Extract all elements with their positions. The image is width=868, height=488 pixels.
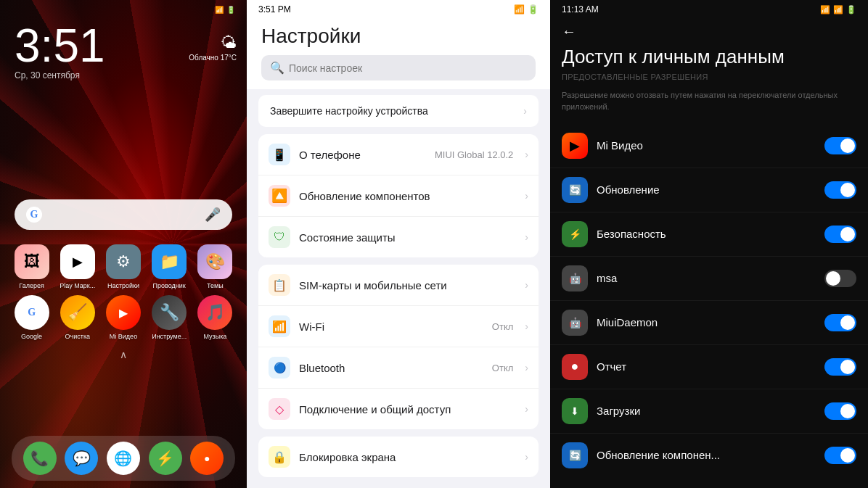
app-themes[interactable]: 🎨 Темы (195, 244, 235, 289)
lock-text: Блокировка экрана (299, 451, 516, 463)
dock-appstore[interactable]: ● (190, 442, 224, 475)
msa-toggle[interactable] (824, 270, 856, 287)
settings-row-sim[interactable]: 📋 SIM-карты и мобильные сети › (258, 265, 539, 306)
dock-sms[interactable]: 💬 (65, 442, 98, 475)
app-label: Очистка (65, 333, 90, 340)
app-tools[interactable]: 🔧 Инструме... (150, 295, 189, 340)
mivideo-app-name: Mi Видео (597, 139, 816, 152)
toggle-knob (840, 448, 855, 463)
privacy-time: 11:13 AM (562, 4, 599, 15)
privacy-row-miuidaemon[interactable]: 🤖 MiuiDaemon (550, 301, 868, 345)
settings-row-bluetooth[interactable]: 🔵 Bluetooth Откл › (258, 347, 539, 389)
app-cleaner[interactable]: 🧹 Очистка (57, 295, 97, 340)
mivideo-toggle[interactable] (824, 137, 856, 154)
lock-icon: 🔒 (269, 446, 290, 468)
wifi-chevron: › (525, 320, 528, 332)
settings-section-2: 📋 SIM-карты и мобильные сети › 📶 Wi-Fi О… (258, 265, 539, 429)
settings-row-hotspot[interactable]: ◇ Подключение и общий доступ › (258, 389, 539, 429)
app-label: Инструме... (152, 333, 187, 340)
sim-chevron: › (525, 279, 528, 291)
signal-icon: 📶 (215, 6, 224, 14)
app-label: Google (21, 333, 42, 340)
app-gallery[interactable]: 🖼 Галерея (12, 244, 52, 289)
dock-phone[interactable]: 📞 (23, 442, 57, 475)
sim-title: SIM-карты и мобильные сети (299, 279, 516, 291)
about-phone-value: MIUI Global 12.0.2 (435, 149, 513, 160)
app-mivideo[interactable]: ▶ Mi Видео (103, 295, 143, 340)
bluetooth-icon: 🔵 (269, 357, 290, 379)
bluetooth-chevron: › (525, 362, 528, 373)
update-title: Обновление компонентов (299, 190, 516, 202)
downloads-toggle[interactable] (824, 402, 856, 420)
settings-row-security[interactable]: 🛡 Состояние защиты › (258, 217, 539, 257)
update-text: Обновление компонентов (299, 190, 516, 202)
back-button[interactable]: ← (550, 19, 868, 46)
update-app-icon: 🔄 (562, 177, 588, 203)
settings-row-wifi[interactable]: 📶 Wi-Fi Откл › (258, 306, 539, 347)
privacy-row-downloads[interactable]: ⬇ Загрузки (550, 389, 868, 434)
msa-app-name: msa (597, 272, 816, 284)
complete-setup-chevron: › (523, 105, 527, 117)
settings-row-update[interactable]: 🔼 Обновление компонентов › (258, 175, 539, 217)
app-google[interactable]: G Google (12, 295, 52, 340)
signal-icon: 📶 (820, 5, 830, 15)
privacy-row-report[interactable]: ● Отчет (550, 345, 868, 389)
dock-chrome[interactable]: 🌐 (107, 442, 140, 475)
mivideo-app-icon: ▶ (562, 133, 588, 159)
privacy-subtitle: Разрешение можно отозвать путем нажатия … (550, 87, 868, 124)
sim-text: SIM-карты и мобильные сети (299, 279, 516, 291)
bluetooth-text: Bluetooth (299, 362, 483, 374)
msa-app-icon: 🤖 (562, 265, 588, 291)
complete-setup-banner[interactable]: Завершите настройку устройства › (258, 95, 539, 127)
settings-screen: 3:51 PM 📶 🔋 Настройки 🔍 Завершите настро… (247, 0, 550, 488)
privacy-row-msa[interactable]: 🤖 msa (550, 257, 868, 301)
privacy-title: Доступ к личным данным (550, 46, 868, 73)
lock-chevron: › (525, 451, 528, 463)
google-logo: G (26, 207, 42, 223)
miuidaemon-toggle[interactable] (824, 314, 856, 331)
home-screen: 📶 🔋 3:51 Ср, 30 сентября 🌤 Облачно 17°C … (0, 0, 247, 488)
settings-search-bar[interactable]: 🔍 (261, 55, 536, 80)
toggle-knob (840, 360, 855, 374)
app-files[interactable]: 📁 Проводник (150, 244, 189, 289)
mic-icon[interactable]: 🎤 (205, 207, 221, 223)
app-label: Галерея (19, 282, 44, 289)
security-text: Состояние защиты (299, 231, 516, 244)
update-app-name: Обновление (597, 183, 816, 196)
settings-row-lock[interactable]: 🔒 Блокировка экрана › (258, 437, 539, 477)
report-toggle[interactable] (824, 358, 856, 376)
settings-section-3: 🔒 Блокировка экрана › (258, 437, 539, 477)
about-phone-icon: 📱 (269, 144, 290, 165)
privacy-row-mivideo[interactable]: ▶ Mi Видео (550, 124, 868, 168)
component-update-toggle[interactable] (824, 447, 856, 464)
about-phone-chevron: › (525, 149, 528, 160)
app-label: Play Марк... (60, 282, 95, 289)
security-chevron: › (525, 231, 528, 243)
home-status-icons: 📶 🔋 (215, 6, 235, 14)
security-toggle[interactable] (824, 226, 856, 243)
miuidaemon-app-name: MiuiDaemon (597, 316, 816, 328)
privacy-row-security[interactable]: ⚡ Безопасность (550, 212, 868, 257)
privacy-row-update[interactable]: 🔄 Обновление (550, 168, 868, 212)
sim-icon: 📋 (269, 274, 290, 296)
wifi-text: Wi-Fi (299, 320, 483, 333)
settings-status-icons: 📶 🔋 (514, 4, 539, 15)
update-toggle[interactable] (824, 181, 856, 199)
settings-section-1: 📱 О телефоне MIUI Global 12.0.2 › 🔼 Обно… (258, 134, 539, 257)
app-settings[interactable]: ⚙ Настройки (103, 244, 143, 289)
component-update-app-icon: 🔄 (562, 442, 588, 468)
app-playmarket[interactable]: ▶ Play Марк... (57, 244, 97, 289)
downloads-app-icon: ⬇ (562, 398, 588, 424)
security-title: Состояние защиты (299, 231, 516, 244)
settings-row-about[interactable]: 📱 О телефоне MIUI Global 12.0.2 › (258, 134, 539, 175)
privacy-row-component-update[interactable]: 🔄 Обновление компонен... (550, 434, 868, 477)
dock-security[interactable]: ⚡ (149, 442, 182, 475)
update-chevron: › (525, 190, 528, 202)
toggle-knob (840, 404, 855, 418)
home-search-bar[interactable]: G 🎤 (15, 199, 232, 230)
bluetooth-title: Bluetooth (299, 362, 483, 374)
settings-status-bar: 3:51 PM 📶 🔋 (247, 0, 550, 19)
downloads-app-name: Загрузки (597, 405, 816, 417)
app-music[interactable]: 🎵 Музыка (195, 295, 235, 340)
settings-search-input[interactable] (289, 62, 527, 74)
